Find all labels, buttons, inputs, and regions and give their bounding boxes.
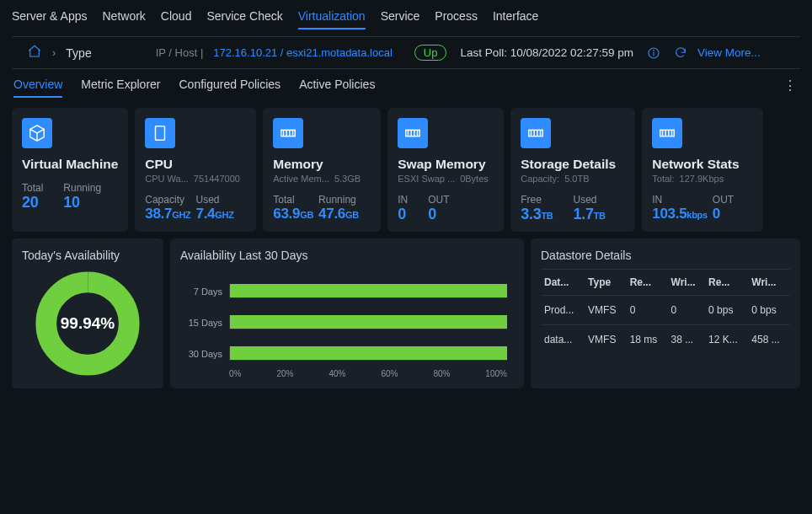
chart-x-axis: 0% 20% 40% 60% 80% 100% — [187, 369, 507, 378]
stat-label: Used — [573, 194, 605, 206]
stat-value: 0 — [428, 206, 449, 223]
chart-bar-row: 15 Days — [187, 315, 507, 329]
col-header[interactable]: Type — [585, 270, 627, 296]
donut-value: 99.94% — [61, 314, 115, 333]
bar-fill — [230, 284, 507, 297]
stat-value: 0 — [713, 206, 734, 222]
svg-rect-3 — [156, 126, 165, 141]
stat-value: 38.7GHZ — [145, 206, 190, 222]
panel-title: Today's Availability — [22, 249, 153, 262]
card-title: Virtual Machine — [22, 157, 118, 172]
memory-icon — [652, 118, 682, 148]
nav-server-apps[interactable]: Server & Apps — [12, 9, 88, 29]
breadcrumb-bar: › Type IP / Host | 172.16.10.21 / esxi21… — [12, 36, 800, 69]
nav-service-check[interactable]: Service Check — [206, 9, 282, 29]
panel-availability-30d: Availability Last 30 Days 7 Days 15 Days… — [170, 238, 524, 388]
col-header[interactable]: Re... — [705, 270, 748, 296]
stat-label: Total — [22, 182, 43, 194]
panel-title: Availability Last 30 Days — [180, 249, 514, 262]
bar-fill — [230, 346, 507, 360]
memory-icon — [521, 118, 551, 148]
col-header[interactable]: Re... — [627, 270, 668, 296]
tab-configured-policies[interactable]: Configured Policies — [179, 78, 281, 98]
stat-label: Running — [318, 194, 359, 206]
tab-metric-explorer[interactable]: Metric Explorer — [81, 78, 160, 98]
view-more-link[interactable]: View More... — [697, 46, 761, 59]
nav-process[interactable]: Process — [435, 9, 478, 29]
card-storage: Storage Details Capacity:5.0TB Free3.3TB… — [510, 108, 635, 232]
col-header[interactable]: Wri... — [748, 270, 790, 296]
card-title: Storage Details — [521, 157, 625, 172]
refresh-icon[interactable] — [667, 46, 687, 60]
breadcrumb-host-value[interactable]: 172.16.10.21 / esxi21.motadata.local — [213, 46, 392, 59]
stat-value: 1.7TB — [573, 206, 605, 223]
stat-value: 103.5kbps — [652, 206, 708, 222]
stat-value: 7.4GHZ — [196, 206, 234, 222]
nav-virtualization[interactable]: Virtualization — [298, 9, 366, 29]
panel-today-availability: Today's Availability 99.94% — [12, 238, 163, 388]
chart-bar-row: 30 Days — [187, 346, 507, 361]
card-cpu: CPU CPU Wa...751447000 Capacity38.7GHZ U… — [135, 108, 256, 232]
stat-label: Running — [63, 182, 101, 194]
availability-bar-chart: 7 Days 15 Days 30 Days 0% 20% 40% 60% 80… — [180, 269, 514, 378]
chart-bar-row: 7 Days — [187, 284, 507, 298]
stat-label: Free — [521, 194, 553, 206]
table-row[interactable]: data...VMFS 18 ms38 ... 12 K...458 ... — [541, 325, 790, 355]
top-nav: Server & Apps Network Cloud Service Chec… — [12, 7, 800, 36]
stat-value: 20 — [22, 194, 43, 211]
stat-label: IN — [652, 194, 708, 206]
chevron-right-icon: › — [52, 46, 56, 59]
card-subtitle: Capacity:5.0TB — [521, 174, 625, 184]
last-poll: Last Poll: 10/08/2022 02:27:59 pm — [460, 46, 633, 59]
card-subtitle: ESXI Swap ...0Bytes — [398, 174, 494, 184]
card-title: Memory — [273, 157, 371, 172]
panel-datastore: Datastore Details Dat... Type Re... Wri.… — [531, 238, 800, 388]
sub-nav: Overview Metric Explorer Configured Poli… — [12, 69, 800, 103]
card-swap-memory: Swap Memory ESXI Swap ...0Bytes IN0 OUT0 — [387, 108, 504, 232]
stat-label: IN — [398, 194, 408, 206]
info-icon[interactable] — [640, 46, 660, 60]
stat-value: 10 — [63, 194, 101, 211]
cube-icon — [22, 118, 52, 148]
table-header-row: Dat... Type Re... Wri... Re... Wri... — [541, 270, 790, 296]
card-title: CPU — [145, 157, 246, 172]
bar-fill — [230, 315, 507, 329]
bottom-panels-row: Today's Availability 99.94% Availability… — [12, 238, 800, 388]
nav-cloud[interactable]: Cloud — [161, 9, 192, 29]
bar-label: 30 Days — [187, 349, 229, 359]
svg-point-2 — [654, 50, 654, 51]
tab-active-policies[interactable]: Active Policies — [299, 78, 375, 98]
tab-overview[interactable]: Overview — [13, 78, 62, 98]
nav-service[interactable]: Service — [381, 9, 420, 29]
stat-value: 3.3TB — [521, 206, 553, 223]
stat-cards-row: Virtual Machine Total20 Running10 CPU CP… — [12, 108, 800, 232]
card-subtitle: Active Mem...5.3GB — [273, 174, 371, 184]
datastore-table: Dat... Type Re... Wri... Re... Wri... Pr… — [541, 269, 790, 354]
server-icon — [145, 118, 175, 148]
table-row[interactable]: Prod...VMFS 00 0 bps0 bps — [541, 296, 790, 325]
stat-label: Capacity — [145, 194, 190, 206]
bar-label: 15 Days — [187, 318, 229, 328]
card-memory: Memory Active Mem...5.3GB Total63.9GB Ru… — [263, 108, 381, 232]
panel-title: Datastore Details — [541, 249, 790, 262]
more-menu-icon[interactable]: ⋮ — [783, 78, 797, 94]
col-header[interactable]: Wri... — [668, 270, 706, 296]
breadcrumb-host-label: IP / Host | — [156, 46, 204, 59]
card-subtitle: CPU Wa...751447000 — [145, 174, 246, 184]
card-subtitle: Total:127.9Kbps — [652, 174, 753, 184]
stat-value: 0 — [398, 206, 408, 223]
card-virtual-machine: Virtual Machine Total20 Running10 — [12, 108, 128, 232]
card-network: Network Stats Total:127.9Kbps IN103.5kbp… — [642, 108, 763, 232]
home-icon[interactable] — [27, 44, 42, 62]
nav-network[interactable]: Network — [103, 9, 146, 29]
stat-label: Used — [196, 194, 234, 206]
nav-interface[interactable]: Interface — [493, 9, 538, 29]
col-header[interactable]: Dat... — [541, 270, 585, 296]
memory-icon — [273, 118, 303, 148]
bar-label: 7 Days — [187, 286, 229, 297]
stat-label: OUT — [713, 194, 734, 206]
stat-label: OUT — [428, 194, 449, 206]
breadcrumb-type[interactable]: Type — [66, 46, 91, 60]
stat-value: 47.6GB — [318, 206, 359, 222]
stat-value: 63.9GB — [273, 206, 313, 222]
